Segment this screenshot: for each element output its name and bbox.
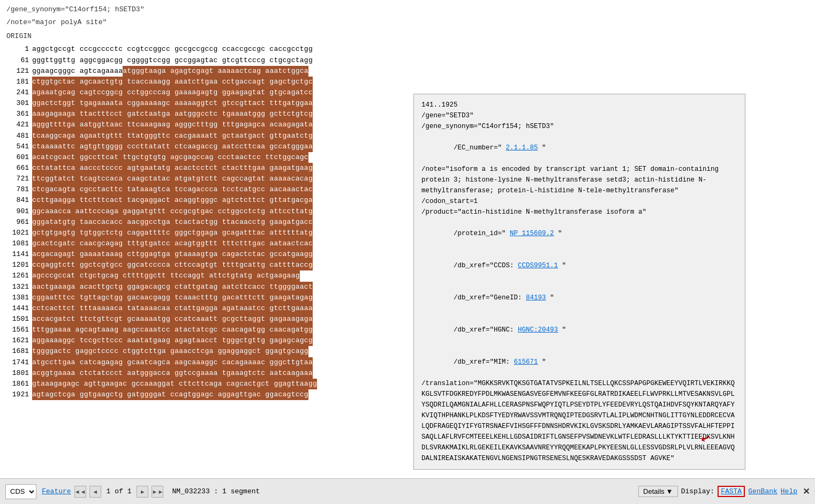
feature-link[interactable]: Feature	[42, 487, 71, 495]
help-button[interactable]: Help	[781, 487, 797, 495]
popup-gene-synonym: /gene_synonym="C14orf154; hSETD3"	[421, 121, 737, 132]
sequence-area: /gene_synonym="C14orf154; hSETD3" /note=…	[0, 0, 815, 478]
nav-prev-button[interactable]: ◄	[89, 486, 101, 498]
popup-translation: /translation="MGKKSRVKTQKSGTGATATVSΡKEIL…	[421, 378, 737, 464]
popup-mim: /db_xref="MIM: 615671 "	[421, 346, 737, 378]
close-button[interactable]: ✕	[803, 486, 810, 497]
popup-geneid: /db_xref="GeneID: 84193 "	[421, 282, 737, 314]
popup-hgnc: /db_xref="HGNC: HGNC:20493 "	[421, 314, 737, 346]
popup-ec-number: /EC_number=" 2.1.1.85 "	[421, 132, 737, 164]
popup-range: 141..1925	[421, 100, 737, 110]
fasta-button[interactable]: FASTA	[718, 486, 745, 497]
ec-number-link[interactable]: 2.1.1.85	[506, 144, 538, 152]
details-arrow-icon: ▼	[666, 487, 673, 495]
seq-line-61: 61 gggttggttg aggcggacgg cggggtccgg gccg…	[6, 55, 809, 66]
main-container: /gene_synonym="C14orf154; hSETD3" /note=…	[0, 0, 815, 504]
seq-line-1: 1 aggctgccgt cccgcccctc ccgtccggcc gccgc…	[6, 44, 809, 55]
seq-line-181: 181 ctggtgctac agcaactgtg tcaccaaagg aaa…	[6, 77, 809, 87]
segment-info: NM_032233 : 1 segment	[172, 487, 260, 495]
feature-popup: 141..1925 /gene="SETD3" /gene_synonym="C…	[413, 94, 745, 470]
popup-note: /note="isoform a is encoded by transcrip…	[421, 164, 737, 196]
popup-product: /product="actin-histidine N-methyltransf…	[421, 207, 737, 217]
seq-line-121: 121 ggaagcgggc agtcagaaaa atgggtaaga aga…	[6, 66, 809, 77]
cds-select[interactable]: CDS	[5, 484, 36, 499]
popup-ccds: /db_xref="CCDS: CCDS9951.1 "	[421, 250, 737, 282]
nav-last-button[interactable]: ►►	[152, 486, 163, 498]
display-label: Display:	[681, 487, 714, 495]
nav-first-button[interactable]: ◄◄	[74, 486, 86, 498]
ccds-link[interactable]: CCDS9951.1	[518, 262, 558, 269]
origin-label: ORIGIN	[6, 31, 809, 42]
mim-link[interactable]: 615671	[514, 358, 538, 366]
hgnc-link[interactable]: HGNC:20493	[518, 326, 558, 334]
popup-codon-start: /codon_start=1	[421, 196, 737, 207]
details-button[interactable]: Details ▼	[638, 486, 678, 497]
page-current: 1	[107, 487, 111, 495]
popup-protein-id: /protein_id=" NP_115609.2 "	[421, 217, 737, 250]
popup-gene: /gene="SETD3"	[421, 110, 737, 121]
header-gene-synonym: /gene_synonym="C14orf154; hSETD3"	[6, 4, 809, 15]
header-note: /note="major polyA site"	[6, 17, 809, 28]
page-total: 1	[127, 487, 132, 495]
page-of-label: of	[115, 487, 123, 495]
protein-id-link[interactable]: NP_115609.2	[510, 230, 554, 237]
toolbar: CDS Feature ◄◄ ◄ 1 of 1 ► ►► NM_032233 :…	[0, 478, 815, 504]
nav-next-button[interactable]: ►	[137, 486, 148, 498]
page-info: 1 of 1	[107, 487, 132, 495]
geneid-link[interactable]: 84193	[526, 294, 546, 302]
genbank-button[interactable]: GenBank	[748, 487, 778, 495]
